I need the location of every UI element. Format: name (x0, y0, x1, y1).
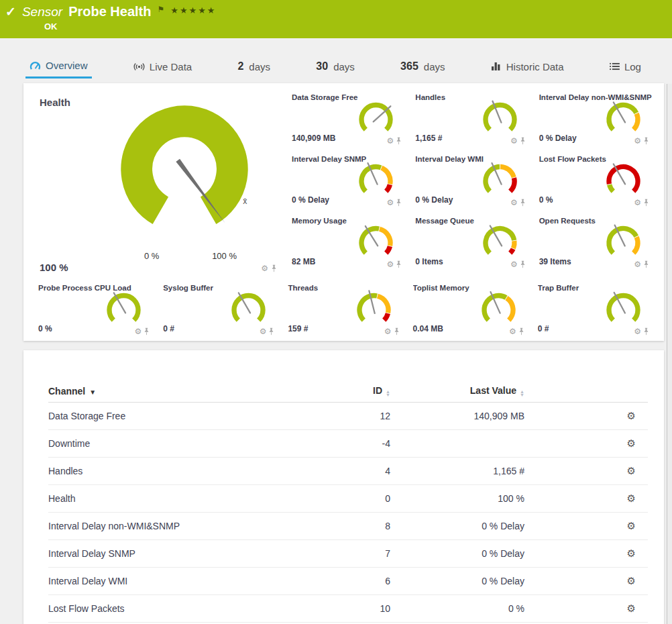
column-header-id[interactable]: ID▲▼ (323, 385, 390, 397)
pin-icon (268, 327, 274, 335)
tab-365-days[interactable]: 365 days (396, 57, 449, 79)
channel-settings-gear-icon[interactable]: ⚙ (627, 437, 636, 449)
gear-icon[interactable]: ⚙ (634, 199, 641, 207)
gauge-panel-probe-process-cpu-load: Probe Process CPU Load0 %⚙ (32, 279, 156, 340)
gauge-panel-handles: Handles1,165 #⚙ (408, 89, 532, 149)
priority-stars[interactable]: ★★★★★ (170, 5, 216, 15)
pin-icon[interactable] (518, 327, 524, 335)
vertical-scrollbar[interactable] (667, 84, 672, 624)
gear-icon[interactable]: ⚙ (387, 137, 394, 145)
channel-id: -4 (323, 438, 390, 449)
channel-actions: ⚙ (524, 603, 648, 615)
gear-icon[interactable]: ⚙ (510, 199, 518, 207)
tab-number: 365 (400, 60, 418, 72)
table-row-interval-delay-wmi[interactable]: Interval Delay WMI60 % Delay⚙ (48, 568, 648, 595)
table-row-health[interactable]: Health0100 %⚙ (48, 485, 648, 513)
tab-historic-data[interactable]: Historic Data (487, 57, 568, 79)
gear-icon[interactable]: ⚙ (134, 327, 142, 335)
channel-settings-gear-icon[interactable]: ⚙ (627, 410, 636, 421)
pin-icon[interactable] (643, 327, 649, 335)
pin-icon[interactable] (520, 199, 526, 207)
gauge-value: 0 # (538, 324, 549, 333)
gear-icon[interactable]: ⚙ (510, 137, 518, 145)
tab-log[interactable]: Log (606, 57, 645, 79)
pin-icon[interactable] (520, 260, 526, 268)
gauge-value: 0.04 MB (413, 324, 443, 333)
pin-icon[interactable] (643, 260, 649, 268)
pin-icon[interactable] (394, 327, 400, 335)
pin-icon[interactable] (643, 137, 649, 145)
pin-icon[interactable] (268, 327, 274, 335)
pin-icon[interactable] (520, 137, 526, 145)
gear-icon[interactable]: ⚙ (509, 327, 516, 335)
gear-icon[interactable]: ⚙ (260, 327, 267, 335)
channel-name-link[interactable]: Health (48, 493, 323, 504)
gauge-value: 0 % Delay (415, 195, 453, 205)
channel-last-value: 0 % (390, 603, 524, 614)
gear-icon[interactable]: ⚙ (634, 137, 641, 145)
health-gauge-dial: x̄ (109, 97, 260, 242)
channels-table-card: Channel▼ ID▲▼ Last Value▲▼ Data Storage … (23, 350, 664, 624)
gauge-dial (604, 99, 642, 140)
channel-name-link[interactable]: Interval Delay non-WMI&SNMP (48, 521, 323, 531)
pin-icon[interactable] (271, 264, 277, 272)
average-marker: x̄ (243, 197, 247, 206)
pin-icon (643, 327, 649, 335)
channel-name-link[interactable]: Handles (48, 466, 323, 476)
pin-icon (643, 199, 649, 207)
table-row-downtime[interactable]: Downtime-4⚙ (48, 430, 648, 458)
channel-settings-gear-icon[interactable]: ⚙ (627, 492, 636, 504)
gauge-dial (357, 99, 395, 140)
channel-last-value: 0 % Delay (390, 521, 524, 531)
sensor-name: Probe Health (68, 4, 151, 19)
table-row-interval-delay-snmp[interactable]: Interval Delay SNMP70 % Delay⚙ (48, 540, 648, 568)
gear-icon[interactable]: ⚙ (384, 327, 392, 335)
pin-icon (520, 137, 526, 145)
tab-number: 2 (237, 60, 243, 72)
channel-settings-gear-icon[interactable]: ⚙ (627, 548, 636, 559)
channel-settings-gear-icon[interactable]: ⚙ (627, 520, 636, 531)
pin-icon[interactable] (396, 260, 402, 268)
pin-icon[interactable] (643, 199, 649, 207)
table-row-data-storage-free[interactable]: Data Storage Free12140,909 MB⚙ (48, 403, 648, 430)
column-header-channel[interactable]: Channel▼ (48, 386, 323, 397)
pin-icon[interactable] (396, 137, 402, 145)
channel-name-link[interactable]: Downtime (48, 438, 323, 449)
gauge-panel-trap-buffer: Trap Buffer0 #⚙ (531, 279, 656, 340)
channel-settings-gear-icon[interactable]: ⚙ (627, 603, 636, 614)
gauge-actions: ⚙ (134, 327, 150, 335)
flag-icon[interactable]: ⚑ (157, 5, 164, 14)
table-row-handles[interactable]: Handles41,165 #⚙ (48, 458, 648, 485)
channel-name-link[interactable]: Interval Delay SNMP (48, 548, 323, 559)
table-row-interval-delay-non-wmi-snmp[interactable]: Interval Delay non-WMI&SNMP80 % Delay⚙ (48, 513, 648, 540)
sensor-kind-label: Sensor (22, 5, 62, 19)
gauge-actions: ⚙ (387, 137, 402, 145)
gear-icon[interactable]: ⚙ (261, 264, 268, 272)
gauge-actions: ⚙ (510, 260, 526, 268)
gear-icon[interactable]: ⚙ (634, 260, 641, 268)
pin-icon[interactable] (144, 327, 150, 335)
channel-last-value: 140,909 MB (390, 411, 524, 421)
gauge-panel-interval-delay-wmi: Interval Delay WMI0 % Delay⚙ (408, 150, 532, 211)
gear-icon[interactable]: ⚙ (387, 199, 394, 207)
tab-30-days[interactable]: 30 days (312, 57, 358, 79)
channel-name-link[interactable]: Interval Delay WMI (48, 576, 323, 586)
channel-name-link[interactable]: Lost Flow Packets (48, 603, 323, 614)
gear-icon[interactable]: ⚙ (634, 327, 641, 335)
channel-actions: ⚙ (524, 437, 648, 450)
tab-live-data[interactable]: Live Data (129, 57, 196, 79)
gear-icon[interactable]: ⚙ (387, 260, 394, 268)
tab-2-days[interactable]: 2 days (233, 57, 274, 79)
table-row-lost-flow-packets[interactable]: Lost Flow Packets100 %⚙ (48, 595, 648, 623)
tab-overview[interactable]: Overview (25, 57, 92, 79)
column-header-last-value[interactable]: Last Value▲▼ (390, 385, 524, 397)
pin-icon[interactable] (396, 199, 402, 207)
channel-settings-gear-icon[interactable]: ⚙ (627, 575, 636, 586)
gauge-actions: ⚙ (510, 137, 526, 145)
channel-id: 12 (323, 411, 390, 421)
channel-name-link[interactable]: Data Storage Free (48, 411, 323, 421)
gear-icon[interactable]: ⚙ (510, 260, 518, 268)
gauge-value: 0 % Delay (539, 134, 577, 143)
channel-settings-gear-icon[interactable]: ⚙ (627, 465, 636, 476)
gauge-actions: ⚙ (387, 199, 402, 207)
